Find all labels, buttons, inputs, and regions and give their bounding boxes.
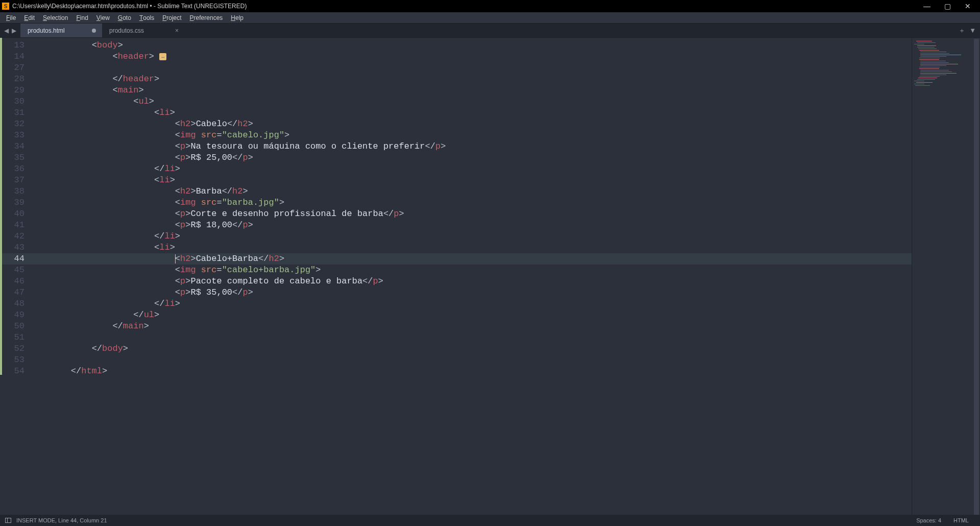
code-line[interactable]: <p>Corte e desenho profissional de barba… [30, 208, 912, 220]
code-line[interactable]: <p>R$ 18,00</p> [30, 220, 912, 231]
code-line[interactable]: <img src="cabelo.jpg"> [30, 130, 912, 141]
tab-nav-arrows[interactable]: ◀ ▶ [0, 23, 20, 37]
code-line[interactable]: <img src="barba.jpg"> [30, 197, 912, 208]
status-bar: INSERT MODE, Line 44, Column 21 Spaces: … [0, 515, 980, 526]
code-line[interactable]: <li> [30, 107, 912, 118]
code-editor[interactable]: <body> <header> … </header> <main> <ul> … [30, 38, 912, 515]
menu-selection[interactable]: Selection [39, 12, 72, 23]
line-number[interactable]: 14 [2, 51, 24, 62]
menu-view[interactable]: View [92, 12, 114, 23]
line-number[interactable]: 36 [2, 163, 24, 175]
code-line[interactable]: <p>R$ 25,00</p> [30, 152, 912, 163]
app-icon: S [2, 3, 9, 10]
tab-produtos-html[interactable]: produtos.html [20, 23, 102, 37]
line-number[interactable]: 34 [2, 141, 24, 152]
line-number[interactable]: 35 [2, 152, 24, 163]
maximize-button[interactable]: ▢ [937, 0, 958, 12]
line-number[interactable]: 32 [2, 118, 24, 130]
code-line[interactable]: <main> [30, 85, 912, 96]
close-button[interactable]: ✕ [958, 0, 978, 12]
line-number[interactable]: 43 [2, 242, 24, 253]
code-line[interactable]: <p>Na tesoura ou máquina como o cliente … [30, 141, 912, 152]
menu-project[interactable]: Project [158, 12, 185, 23]
code-line[interactable]: <p>Pacote completo de cabelo e barba</p> [30, 276, 912, 287]
line-number[interactable]: 41 [2, 220, 24, 231]
code-line[interactable]: </main> [30, 321, 912, 332]
line-number[interactable]: 37 [2, 175, 24, 186]
menu-file[interactable]: File [2, 12, 20, 23]
line-number[interactable]: 27 [2, 62, 24, 74]
menu-help[interactable]: Help [227, 12, 248, 23]
menu-goto[interactable]: Goto [114, 12, 135, 23]
status-syntax[interactable]: HTML [947, 517, 975, 523]
line-number[interactable]: 49 [2, 309, 24, 321]
code-line[interactable]: </ul> [30, 309, 912, 321]
line-number[interactable]: 13 [2, 40, 24, 51]
nav-prev-icon[interactable]: ◀ [3, 27, 10, 34]
tab-label: produtos.css [109, 27, 144, 34]
line-number[interactable]: 29 [2, 85, 24, 96]
code-line[interactable]: <img src="cabelo+barba.jpg"> [30, 265, 912, 276]
tab-dirty-indicator [92, 29, 96, 33]
line-number[interactable]: 50 [2, 321, 24, 332]
code-line[interactable] [30, 332, 912, 343]
line-number[interactable]: 42 [2, 231, 24, 242]
line-number-gutter[interactable]: 1314272829303132333435363738394041424344… [2, 38, 30, 515]
tab-produtos-css[interactable]: produtos.css× [102, 23, 184, 37]
menu-edit[interactable]: Edit [20, 12, 39, 23]
code-line[interactable]: <li> [30, 175, 912, 186]
code-line[interactable]: </li> [30, 163, 912, 175]
code-line[interactable]: </header> [30, 74, 912, 85]
menu-preferences[interactable]: Preferences [186, 12, 227, 23]
code-line[interactable]: </body> [30, 343, 912, 354]
line-number[interactable]: 48 [2, 298, 24, 309]
status-mode[interactable]: INSERT MODE, Line 44, Column 21 [16, 517, 107, 523]
line-number[interactable]: 44 [2, 253, 30, 265]
code-line[interactable]: </html> [30, 366, 912, 377]
line-number[interactable]: 53 [2, 354, 24, 366]
window-titlebar: S C:\Users\kelly\Desktop\acemar.html\pro… [0, 0, 980, 12]
scrollbar-thumb[interactable] [974, 39, 979, 515]
nav-next-icon[interactable]: ▶ [11, 27, 17, 34]
line-number[interactable]: 45 [2, 265, 24, 276]
code-line[interactable] [30, 62, 912, 74]
line-number[interactable]: 46 [2, 276, 24, 287]
tab-bar: ◀ ▶ produtos.htmlprodutos.css× ＋ ▼ [0, 23, 980, 38]
minimap[interactable] [912, 38, 973, 515]
code-line[interactable]: <header> … [30, 51, 912, 62]
line-number[interactable]: 51 [2, 332, 24, 343]
line-number[interactable]: 38 [2, 186, 24, 197]
tab-menu-icon[interactable]: ▼ [969, 27, 976, 34]
code-line[interactable]: <li> [30, 242, 912, 253]
line-number[interactable]: 33 [2, 130, 24, 141]
code-line[interactable] [30, 354, 912, 366]
line-number[interactable]: 47 [2, 287, 24, 298]
status-spaces[interactable]: Spaces: 4 [910, 517, 947, 523]
code-line[interactable]: </li> [30, 231, 912, 242]
new-tab-icon[interactable]: ＋ [959, 26, 965, 35]
line-number[interactable]: 30 [2, 96, 24, 107]
editor-area[interactable]: 1314272829303132333435363738394041424344… [0, 38, 980, 515]
line-number[interactable]: 31 [2, 107, 24, 118]
code-line[interactable]: <p>R$ 35,00</p> [30, 287, 912, 298]
code-line[interactable]: <h2>Barba</h2> [30, 186, 912, 197]
code-line[interactable]: </li> [30, 298, 912, 309]
line-number[interactable]: 40 [2, 208, 24, 220]
line-number[interactable]: 39 [2, 197, 24, 208]
fold-marker[interactable]: … [159, 53, 166, 60]
code-line[interactable]: <h2>Cabelo+Barba</h2> [30, 253, 912, 265]
window-title: C:\Users\kelly\Desktop\acemar.html\produ… [12, 3, 917, 10]
line-number[interactable]: 54 [2, 366, 24, 377]
code-line[interactable]: <ul> [30, 96, 912, 107]
code-line[interactable]: <h2>Cabelo</h2> [30, 118, 912, 130]
line-number[interactable]: 28 [2, 74, 24, 85]
tab-close-icon[interactable]: × [175, 27, 179, 34]
minimize-button[interactable]: — [917, 0, 937, 12]
menu-find[interactable]: Find [72, 12, 92, 23]
menu-tools[interactable]: Tools [135, 12, 158, 23]
menu-bar: FileEditSelectionFindViewGotoToolsProjec… [0, 12, 980, 23]
panel-toggle-icon[interactable] [5, 518, 11, 523]
line-number[interactable]: 52 [2, 343, 24, 354]
code-line[interactable]: <body> [30, 40, 912, 51]
vertical-scrollbar[interactable] [973, 38, 980, 515]
